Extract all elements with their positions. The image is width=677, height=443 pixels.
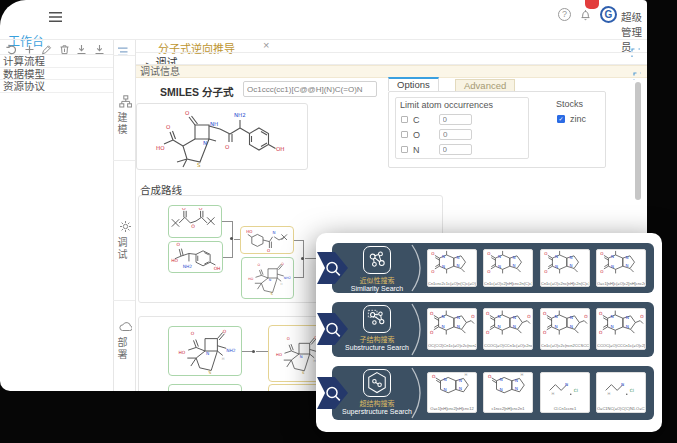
divider xyxy=(136,52,647,53)
smiles-caption: O=C1NC(=O)C(C)N1.O=C1NCC(=O)N1 xyxy=(597,406,645,411)
cloud-icon xyxy=(119,320,132,333)
result-card: Cn1c(=O)c2nc[nH]c2n(C)c1=O xyxy=(540,249,590,287)
smiles-caption: OC(CCl)Cn1c(=O)c2c(ncn2C)n(C)c1=O xyxy=(428,343,476,348)
edit-icon[interactable] xyxy=(41,41,54,54)
result-card: Cn1c(=O)c2[nH]cnc2n(C)c1=O xyxy=(483,249,533,287)
smiles-caption: CCOC(=O)CCn1c(=O)c2ncn(C)c2n(C)c1=O xyxy=(484,343,532,348)
divider xyxy=(113,300,135,301)
checkbox-zinc[interactable]: ✓ xyxy=(557,115,565,123)
route-node-intermediate[interactable] xyxy=(240,226,294,254)
tree-item-data-model[interactable]: 数据模型 xyxy=(0,68,113,81)
count-input-c[interactable] xyxy=(439,114,472,125)
divider xyxy=(113,160,135,161)
search-row-labels: 近似性搜索 Similarity Search xyxy=(338,243,416,293)
result-card: Cl.Cn1ccnc1 xyxy=(540,372,590,413)
checkbox-n[interactable] xyxy=(401,146,408,153)
connector xyxy=(294,277,303,278)
import-icon[interactable] xyxy=(76,41,89,54)
checkbox-o[interactable] xyxy=(401,131,408,138)
result-card: c1ncc2[nH]cnc2n1 xyxy=(483,372,533,413)
stage-item-debug[interactable]: 调试 xyxy=(114,220,136,261)
search-showcase-overlay: 近似性搜索 Similarity Search Cn1cnc2c1c(=O)n(… xyxy=(316,233,662,432)
smiles-caption: Cl.Cn1ccnc1 xyxy=(541,406,589,411)
debug-info-title: 调试信息 xyxy=(140,66,180,77)
smiles-input[interactable] xyxy=(243,81,377,97)
scrollbar-thumb[interactable] xyxy=(635,82,641,200)
tab-close-icon[interactable]: × xyxy=(263,39,269,51)
smiles-caption: O=c1[nH]c(=O)c2[nH]cnc2n1C xyxy=(597,281,645,286)
limit-atoms-title: Limit atom occurrences xyxy=(396,98,528,110)
smiles-caption: Cn1c(=O)c2nc[nH]c2n(C)c1=O xyxy=(541,281,589,286)
molecule-structure xyxy=(137,105,307,169)
connector xyxy=(305,258,316,259)
route-node-penam[interactable] xyxy=(241,257,294,299)
count-input-o[interactable] xyxy=(439,129,472,140)
search-row-substructure: 子结构搜索 Substructure Search OC(CCl)Cn1c(=O… xyxy=(332,302,654,357)
route-node-amine[interactable] xyxy=(168,241,223,273)
element-label-o: O xyxy=(413,130,420,140)
molecule-structure xyxy=(170,242,222,272)
stock-zinc-label: zinc xyxy=(570,114,586,124)
bell-icon[interactable] xyxy=(579,7,592,25)
route-node-6apa[interactable] xyxy=(168,326,242,376)
molecule-structure xyxy=(542,373,588,402)
smiles-caption: Cn1cnc2c1c(=O)n(C)c(=O)n2C xyxy=(428,281,476,286)
tree-item-resource-protocol[interactable]: 资源协议 xyxy=(0,80,113,93)
count-input-n[interactable] xyxy=(439,144,472,155)
search-label-zh: 近似性搜索 xyxy=(338,275,416,285)
delete-icon[interactable] xyxy=(59,41,72,54)
smiles-caption: CCOC(=O)CCCn1c(=O)c2[nH]cnc2n(C)c1=O xyxy=(597,343,645,348)
stage-label: 调试 xyxy=(114,237,129,261)
molecule-structure xyxy=(542,309,588,339)
molecule-structure xyxy=(485,309,531,339)
molecule-structure xyxy=(170,328,240,374)
tree-toolbar xyxy=(0,40,113,55)
gear-icon xyxy=(119,220,132,233)
refresh-icon[interactable] xyxy=(6,41,19,54)
result-card: CCOC(=O)CCCn1c(=O)c2[nH]cnc2n(C)c1=O xyxy=(596,308,646,350)
molecule-structure xyxy=(242,228,292,252)
molecule-structure xyxy=(598,373,644,402)
search-label-en: Superstructure Search xyxy=(338,408,416,415)
help-icon[interactable]: ? xyxy=(558,8,571,21)
result-card: OC(CCl)Cn1c(=O)c2c(ncn2C)n(C)c1=O xyxy=(427,308,477,350)
stage-item-deploy[interactable]: 部署 xyxy=(114,320,136,361)
molecule-structure xyxy=(169,208,221,236)
element-label-c: C xyxy=(413,115,420,125)
checkbox-c[interactable] xyxy=(401,116,408,123)
stocks-title: Stocks xyxy=(556,99,583,109)
smiles-label: SMILES 分子式 xyxy=(160,84,234,99)
smiles-caption: c1ncc2[nH]cnc2n1 xyxy=(484,406,532,411)
tab-options[interactable]: Options xyxy=(388,77,439,91)
flow-icon xyxy=(119,95,132,108)
result-card: O=c1[nH]c(=O)c2[nH]cnc2n1C xyxy=(596,249,646,287)
molecule-structure xyxy=(243,259,293,297)
molecule-structure xyxy=(598,250,644,277)
avatar[interactable]: G xyxy=(600,6,617,23)
connector xyxy=(222,221,232,222)
smiles-caption: O=c1[nH]cnc2[nH]cnc12 xyxy=(428,406,476,411)
menu-icon[interactable] xyxy=(48,9,63,27)
tree-item-compute-flow[interactable]: 计算流程 xyxy=(0,55,113,68)
connector xyxy=(234,239,240,240)
similarity-icon xyxy=(363,246,391,274)
connector xyxy=(242,351,252,352)
panel-toggle-icon[interactable] xyxy=(117,44,129,62)
tab-bar: 分子式逆向推导 × xyxy=(136,40,647,50)
molecule-structure xyxy=(485,373,531,402)
stage-item-modeling[interactable]: 建模 xyxy=(114,95,136,136)
divider xyxy=(113,55,135,56)
add-icon[interactable] xyxy=(24,41,37,54)
connector-dot xyxy=(230,237,233,240)
notification-badge xyxy=(585,0,599,9)
superstructure-icon xyxy=(363,369,391,397)
export-icon[interactable] xyxy=(94,41,107,54)
molecule-structure xyxy=(485,250,531,277)
molecule-preview xyxy=(136,103,308,170)
connector-dot xyxy=(252,350,255,353)
route-node-cutoff[interactable] xyxy=(168,384,242,391)
route-node-reagent[interactable] xyxy=(168,205,222,238)
molecule-structure xyxy=(542,250,588,277)
stage-label: 部署 xyxy=(114,337,129,361)
search-row-labels: 超结构搜索 Superstructure Search xyxy=(338,366,416,420)
